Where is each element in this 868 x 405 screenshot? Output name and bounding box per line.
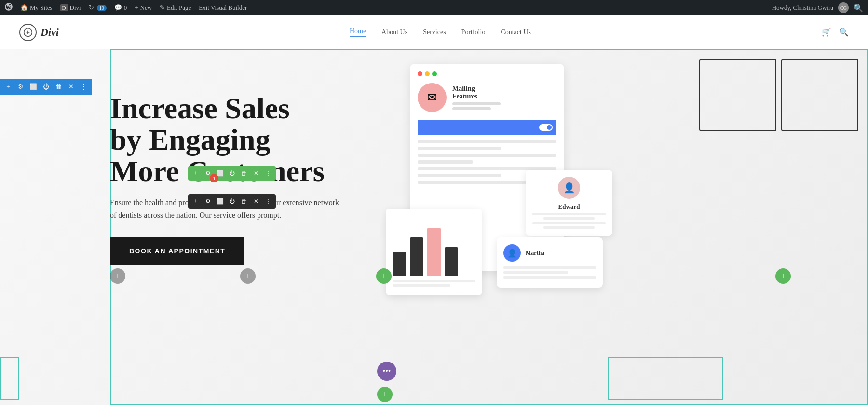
search-icon[interactable]: 🔍 [839,28,849,37]
border-card-bottom-right [608,357,723,400]
mail-icon-circle: ✉ [418,83,447,112]
martha-name: Martha [526,250,544,257]
nav-contact[interactable]: Contact Us [501,28,531,36]
divi-label: Divi [70,4,81,12]
mod-duplicate-icon[interactable]: ⬜ [215,196,225,207]
search-icon[interactable]: 🔍 [854,3,863,13]
edward-line1 [532,213,606,215]
mailing-line1 [452,102,501,105]
profile-card-edward: 👤 Edward [526,170,612,236]
plus-icon: + [135,4,138,12]
comments-icon: 💬 [114,4,122,12]
card-line-2 [418,147,501,150]
card-line-3 [418,154,556,157]
updates-menu[interactable]: ↻ 10 [89,4,107,12]
site-wrapper: Divi Home About Us Services Portfolio Co… [0,15,868,405]
exit-builder-label: Exit Visual Builder [199,4,247,12]
nav-about[interactable]: About Us [381,28,407,36]
admin-bar: 🏠 My Sites D Divi ↻ 10 💬 0 + New ✎ Edit … [0,0,868,15]
updates-icon: ↻ [89,4,94,12]
mailing-title: Mailing [452,85,501,93]
nav-home[interactable]: Home [350,28,366,37]
row-delete-icon[interactable]: 🗑 [53,82,64,92]
user-list-card: 👤 Martha [497,237,603,288]
toggle-switch[interactable] [539,124,553,131]
my-sites-menu[interactable]: 🏠 My Sites [20,4,53,12]
card-line-4 [418,160,473,164]
border-card-bottom-left [0,357,19,400]
admin-bar-right: Howdy, Christina Gwira CG 🔍 [772,2,863,13]
edward-avatar: 👤 [558,177,580,199]
new-content-menu[interactable]: + New [135,4,152,12]
nav-services[interactable]: Services [423,28,446,36]
martha-avatar: 👤 [503,244,521,262]
col-close-icon[interactable]: ✕ [251,168,261,179]
bar-2 [410,237,423,276]
bar-4 [445,247,458,276]
row-settings-icon[interactable]: ⚙ [15,82,26,92]
module-toolbar: + ⚙ ⬜ ⏻ 🗑 ✕ ⋮ [188,194,276,209]
cart-icon[interactable]: 🛒 [822,28,831,37]
mailing-row: ✉ Mailing Features [418,83,556,112]
card-line-1 [418,140,556,143]
window-dots [418,71,556,76]
user-row-martha: 👤 Martha [503,244,596,262]
row-close-icon[interactable]: ✕ [66,82,76,92]
edward-line4 [543,226,595,229]
row-add-icon[interactable]: + [3,82,14,92]
col-move-left[interactable]: + [110,268,125,284]
bar-3 [427,228,441,276]
comments-menu[interactable]: 💬 0 [114,4,127,12]
mailing-text: Mailing Features [452,85,501,110]
decorative-card-right [781,59,858,131]
book-appointment-button[interactable]: Book An Appointment [110,237,244,265]
blue-bar [418,120,556,135]
mod-add-icon[interactable]: + [190,196,201,207]
bar-1 [393,252,406,276]
divi-icon: D [60,4,68,11]
nav-portfolio[interactable]: Portfolio [461,28,486,36]
row-add-bottom[interactable]: + [377,387,393,402]
hero-title-line2: by Engaging [110,123,271,156]
user-avatar[interactable]: CG [838,2,849,13]
edit-page-button[interactable]: ✎ Edit Page [160,4,191,12]
comments-count: 0 [124,4,127,12]
col-add-icon[interactable]: + [190,168,201,179]
wp-logo[interactable] [5,3,13,13]
chart-line-2 [393,284,450,287]
row-more-icon[interactable]: ⋮ [78,82,89,92]
exit-builder-button[interactable]: Exit Visual Builder [199,4,247,12]
mod-close-icon[interactable]: ✕ [251,196,261,207]
updates-count: 10 [97,5,107,11]
card-line-6 [418,174,501,177]
col-add-right[interactable]: + [376,268,392,284]
site-nav: Home About Us Services Portfolio Contact… [350,28,531,37]
mod-more-icon[interactable]: ⋮ [263,196,273,207]
col-more-icon[interactable]: ⋮ [263,168,273,179]
mod-disable-icon[interactable]: ⏻ [227,196,237,207]
row-disable-icon[interactable]: ⏻ [41,82,51,92]
purple-more-button[interactable]: ••• [377,362,396,381]
row-duplicate-icon[interactable]: ⬜ [28,82,39,92]
new-label: New [140,4,152,12]
mod-settings-icon[interactable]: ⚙ [203,196,213,207]
nav-icons: 🛒 🔍 [822,28,849,37]
my-sites-label: My Sites [30,4,53,12]
mailing-line2 [452,107,491,110]
hero-section: + ⚙ ⬜ ⏻ 🗑 ✕ ⋮ + ⚙ ⬜ ⏻ 🗑 ✕ ⋮ 1 + ⚙ ⬜ ⏻ 🗑 … [0,49,868,405]
mailing-subtitle: Features [452,93,501,100]
divi-menu[interactable]: D Divi [60,4,81,12]
illustration-area: ✉ Mailing Features [386,64,752,392]
col-add-far-right[interactable]: + [775,268,791,284]
bar-chart [393,228,475,276]
home-icon: 🏠 [20,4,28,12]
chart-line-1 [393,280,475,282]
mod-delete-icon[interactable]: 🗑 [239,196,249,207]
col-move-mid[interactable]: + [240,268,256,284]
col-disable-icon[interactable]: ⏻ [227,168,237,179]
edit-icon: ✎ [160,4,165,12]
site-logo: Divi [19,24,59,41]
col-delete-icon[interactable]: 🗑 [239,168,249,179]
chart-lines [393,280,475,289]
ul-line-2 [503,271,568,274]
